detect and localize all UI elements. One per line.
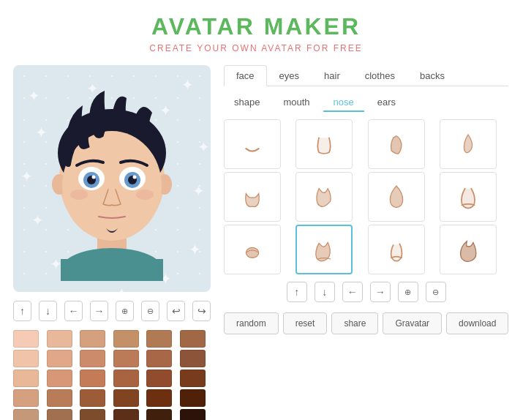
color-swatch[interactable] [180, 330, 206, 348]
tab-shape[interactable]: shape [224, 94, 270, 112]
color-swatch[interactable] [180, 389, 206, 407]
svg-point-17 [136, 190, 154, 200]
tab-nose[interactable]: nose [323, 94, 364, 112]
color-swatch[interactable] [13, 330, 39, 348]
tab-backs[interactable]: backs [407, 65, 457, 86]
items-zoom-out[interactable]: ⊖ [426, 282, 446, 302]
color-swatch[interactable] [80, 330, 105, 348]
items-nav-down[interactable]: ↓ [315, 282, 335, 302]
main-content: ✦ ✦ ✦ ✦ ✦ ✦ ✦ ✦ ✦ ✦ ✦ ✦ ✦ [0, 65, 512, 420]
color-swatch[interactable] [180, 350, 206, 367]
items-zoom-in[interactable]: ⊕ [398, 282, 418, 302]
svg-point-16 [70, 190, 88, 200]
nose-item[interactable] [368, 225, 425, 274]
undo-btn[interactable]: ↩ [167, 301, 185, 321]
tab-clothes[interactable]: clothes [353, 65, 407, 86]
color-swatch[interactable] [80, 389, 105, 407]
color-swatch[interactable] [13, 409, 39, 420]
share-button[interactable]: share [331, 312, 378, 334]
color-swatch[interactable] [146, 370, 172, 387]
nav-right-btn[interactable]: → [90, 301, 108, 321]
svg-point-18 [246, 247, 258, 258]
color-swatch[interactable] [180, 370, 206, 387]
color-swatch[interactable] [47, 409, 72, 420]
redo-btn[interactable]: ↪ [192, 301, 211, 321]
app-title: AVATAR MAKER [0, 13, 512, 40]
secondary-tabs: shape mouth nose ears [224, 94, 508, 112]
color-swatch[interactable] [13, 389, 39, 407]
reset-button[interactable]: reset [283, 312, 328, 334]
nose-item[interactable] [224, 172, 281, 222]
nose-item[interactable] [295, 172, 353, 222]
right-panel: face eyes hair clothes backs shape mouth… [224, 65, 508, 420]
left-panel: ✦ ✦ ✦ ✦ ✦ ✦ ✦ ✦ ✦ ✦ ✦ ✦ ✦ [13, 65, 211, 420]
avatar-svg [39, 76, 185, 281]
color-swatch[interactable] [13, 370, 39, 387]
color-swatch[interactable] [47, 370, 72, 387]
color-swatch[interactable] [113, 330, 139, 348]
color-swatch[interactable] [113, 350, 139, 367]
nose-item[interactable] [224, 225, 281, 274]
color-swatch[interactable] [47, 350, 72, 367]
svg-rect-2 [61, 259, 163, 281]
color-swatch[interactable] [80, 350, 105, 367]
color-swatch[interactable] [146, 330, 172, 348]
color-swatch[interactable] [47, 389, 72, 407]
nose-item[interactable] [224, 119, 281, 169]
items-nav-right[interactable]: → [370, 282, 391, 302]
nav-up-btn[interactable]: ↑ [13, 301, 31, 321]
primary-tabs: face eyes hair clothes backs [224, 65, 508, 86]
tab-ears[interactable]: ears [367, 94, 406, 112]
page-subtitle: CREATE YOUR OWN AVATAR FOR FREE [0, 43, 512, 53]
nose-item[interactable] [368, 172, 425, 222]
nose-item[interactable] [440, 225, 497, 274]
color-swatch[interactable] [80, 370, 105, 387]
zoom-in-btn[interactable]: ⊕ [116, 301, 134, 321]
nav-down-btn[interactable]: ↓ [39, 301, 57, 321]
nose-item[interactable] [295, 225, 353, 274]
download-button[interactable]: download [446, 312, 508, 334]
nose-items-grid [224, 119, 508, 274]
svg-point-15 [133, 176, 137, 179]
color-swatch[interactable] [113, 409, 139, 420]
tab-mouth[interactable]: mouth [273, 94, 320, 112]
color-swatch[interactable] [80, 409, 105, 420]
page-header: AVATAR MAKER [0, 0, 512, 40]
avatar-canvas: ✦ ✦ ✦ ✦ ✦ ✦ ✦ ✦ ✦ ✦ ✦ ✦ ✦ [13, 65, 211, 292]
items-nav-left[interactable]: ← [342, 282, 363, 302]
color-swatch[interactable] [146, 350, 172, 367]
nose-item[interactable] [440, 119, 497, 169]
gravatar-button[interactable]: Gravatar [383, 312, 442, 334]
color-swatch[interactable] [146, 409, 172, 420]
items-nav-up[interactable]: ↑ [287, 282, 307, 302]
svg-point-14 [92, 176, 96, 179]
nav-left-btn[interactable]: ← [64, 301, 83, 321]
svg-point-7 [62, 131, 162, 241]
tab-hair[interactable]: hair [312, 65, 353, 86]
items-nav-bar: ↑ ↓ ← → ⊕ ⊖ [224, 282, 508, 302]
color-palette [13, 330, 211, 420]
color-swatch[interactable] [113, 370, 139, 387]
color-swatch[interactable] [47, 330, 72, 348]
nose-item[interactable] [440, 172, 497, 222]
color-swatch[interactable] [180, 409, 206, 420]
color-swatch[interactable] [113, 389, 139, 407]
random-button[interactable]: random [224, 312, 279, 334]
nose-item[interactable] [368, 119, 425, 169]
zoom-out-btn[interactable]: ⊖ [141, 301, 159, 321]
avatar-nav-bar: ↑ ↓ ← → ⊕ ⊖ ↩ ↪ [13, 298, 211, 324]
action-bar: random reset share Gravatar download [224, 312, 508, 334]
tab-eyes[interactable]: eyes [267, 65, 312, 86]
color-swatch[interactable] [146, 389, 172, 407]
nose-item[interactable] [295, 119, 353, 169]
color-swatch[interactable] [13, 350, 39, 367]
tab-face[interactable]: face [224, 65, 267, 86]
